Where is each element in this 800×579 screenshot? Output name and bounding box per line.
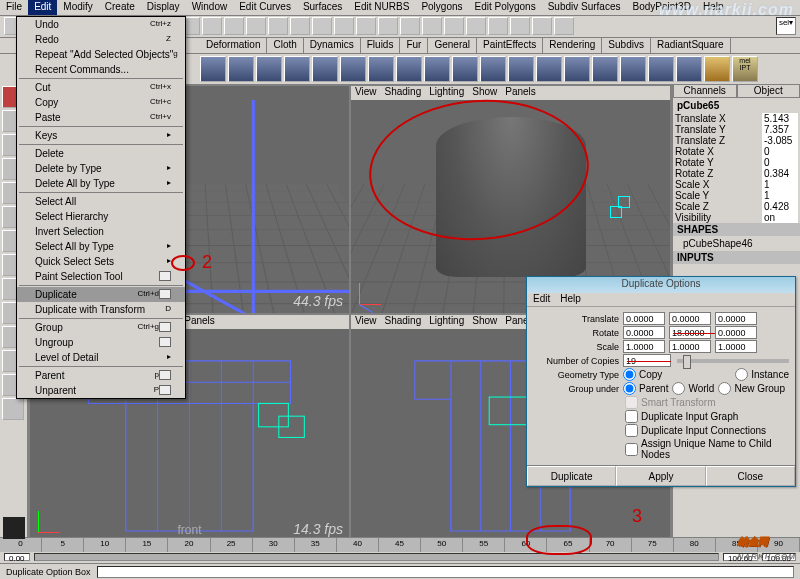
menu-edit[interactable]: Edit (28, 0, 57, 15)
menu-item-keys[interactable]: Keys▸ (17, 128, 185, 143)
menu-item-level-of-detail[interactable]: Level of Detail▸ (17, 350, 185, 365)
edit-menu-dropdown: UndoCtrl+zRedoZRepeat "Add Selected Obje… (16, 16, 186, 399)
menu-display[interactable]: Display (141, 0, 186, 15)
menu-item-select-all[interactable]: Select All (17, 194, 185, 209)
menu-edit-curves[interactable]: Edit Curves (233, 0, 297, 15)
dup-input-graph[interactable] (625, 410, 638, 423)
menu-item-delete-by-type[interactable]: Delete by Type▸ (17, 161, 185, 176)
channel-row[interactable]: Scale Y1 (673, 190, 800, 201)
group-parent[interactable] (623, 382, 636, 395)
menu-item-delete-all-by-type[interactable]: Delete All by Type▸ (17, 176, 185, 191)
rotate-x[interactable] (623, 326, 665, 339)
menu-item-unparent[interactable]: UnparentP (17, 383, 185, 398)
scale-z[interactable] (715, 340, 757, 353)
option-box-icon[interactable] (159, 370, 171, 380)
channel-row[interactable]: Scale Z0.428 (673, 201, 800, 212)
menu-item-recent-commands-[interactable]: Recent Commands... (17, 62, 185, 77)
translate-y[interactable] (669, 312, 711, 325)
menu-item-paste[interactable]: PasteCtrl+v (17, 110, 185, 125)
rotate-z[interactable] (715, 326, 757, 339)
group-new[interactable] (718, 382, 731, 395)
geom-copy[interactable] (623, 368, 636, 381)
option-box-icon[interactable] (159, 289, 171, 299)
shelf-tab-cloth[interactable]: Cloth (267, 38, 303, 53)
option-box-icon[interactable] (159, 385, 171, 395)
menu-item-paint-selection-tool[interactable]: Paint Selection Tool (17, 269, 185, 284)
menu-item-select-all-by-type[interactable]: Select All by Type▸ (17, 239, 185, 254)
channel-row[interactable]: Translate Y7.357 (673, 124, 800, 135)
shelf-tab-fur[interactable]: Fur (400, 38, 428, 53)
channel-row[interactable]: Rotate X0 (673, 146, 800, 157)
channel-row[interactable]: Visibilityon (673, 212, 800, 223)
group-world[interactable] (672, 382, 685, 395)
menu-item-parent[interactable]: Parentp (17, 368, 185, 383)
menu-item-redo[interactable]: RedoZ (17, 32, 185, 47)
translate-x[interactable] (623, 312, 665, 325)
option-box-icon[interactable] (159, 322, 171, 332)
shapes-header: SHAPES (673, 223, 800, 236)
menu-item-quick-select-sets[interactable]: Quick Select Sets▸ (17, 254, 185, 269)
menu-item-copy[interactable]: CopyCtrl+c (17, 95, 185, 110)
menu-item-repeat-add-selected-objects-[interactable]: Repeat "Add Selected Objects"g (17, 47, 185, 62)
menu-item-duplicate[interactable]: DuplicateCtrl+d (17, 287, 185, 302)
num-copies[interactable] (623, 354, 671, 367)
unique-name[interactable] (625, 443, 638, 456)
shelf-tab-radiantsquare[interactable]: RadiantSquare (651, 38, 731, 53)
shelf-tab-dynamics[interactable]: Dynamics (304, 38, 361, 53)
close-button[interactable]: Close (706, 466, 795, 486)
menu-file[interactable]: File (0, 0, 28, 15)
scale-y[interactable] (669, 340, 711, 353)
duplicate-options-dialog[interactable]: Duplicate Options Edit Help Translate Ro… (526, 276, 796, 487)
menu-subdiv-surfaces[interactable]: Subdiv Surfaces (542, 0, 627, 15)
channel-rows: Translate X5.143Translate Y7.357Translat… (673, 113, 800, 223)
apply-button[interactable]: Apply (616, 466, 705, 486)
dialog-title: Duplicate Options (527, 277, 795, 293)
menu-polygons[interactable]: Polygons (415, 0, 468, 15)
translate-z[interactable] (715, 312, 757, 325)
menu-item-undo[interactable]: UndoCtrl+z (17, 17, 185, 32)
vp-label-front: front (177, 523, 201, 537)
shelf-tab-fluids[interactable]: Fluids (361, 38, 401, 53)
option-box-icon[interactable] (159, 271, 171, 281)
menu-item-invert-selection[interactable]: Invert Selection (17, 224, 185, 239)
dup-input-conn[interactable] (625, 424, 638, 437)
menu-item-group[interactable]: GroupCtrl+g (17, 320, 185, 335)
channel-row[interactable]: Rotate Z0.384 (673, 168, 800, 179)
channel-row[interactable]: Translate X5.143 (673, 113, 800, 124)
copies-slider[interactable] (677, 359, 789, 363)
shelf-tab-general[interactable]: General (428, 38, 477, 53)
status-label: Duplicate Option Box (6, 567, 91, 577)
channel-row[interactable]: Scale X1 (673, 179, 800, 190)
menu-item-duplicate-with-transform[interactable]: Duplicate with TransformD (17, 302, 185, 317)
annotation-2: 2 (202, 252, 212, 273)
menu-edit-polygons[interactable]: Edit Polygons (469, 0, 542, 15)
scale-x[interactable] (623, 340, 665, 353)
maya-logo (3, 517, 25, 539)
rotate-y[interactable] (669, 326, 711, 339)
menu-item-delete[interactable]: Delete (17, 146, 185, 161)
shelf-tab-subdivs[interactable]: Subdivs (602, 38, 651, 53)
shelf-tab-rendering[interactable]: Rendering (543, 38, 602, 53)
shelf-tab-deformation[interactable]: Deformation (200, 38, 267, 53)
channel-row[interactable]: Translate Z-3.085 (673, 135, 800, 146)
shelf-tab-painteffects[interactable]: PaintEffects (477, 38, 543, 53)
command-line[interactable] (97, 566, 794, 578)
menu-item-select-hierarchy[interactable]: Select Hierarchy (17, 209, 185, 224)
menu-window[interactable]: Window (186, 0, 234, 15)
channel-row[interactable]: Rotate Y0 (673, 157, 800, 168)
timeline[interactable]: 051015202530354045505560657075808590 0.0… (0, 537, 800, 563)
menu-item-ungroup[interactable]: Ungroup (17, 335, 185, 350)
menu-edit-nurbs[interactable]: Edit NURBS (348, 0, 415, 15)
vp-menu: ViewShadingLightingShowPanels (351, 86, 670, 100)
menu-modify[interactable]: Modify (57, 0, 98, 15)
tab-object[interactable]: Object (737, 84, 801, 98)
option-box-icon[interactable] (159, 337, 171, 347)
duplicate-button[interactable]: Duplicate (527, 466, 616, 486)
geom-instance[interactable] (735, 368, 748, 381)
menu-item-cut[interactable]: CutCtrl+x (17, 80, 185, 95)
tab-channels[interactable]: Channels (673, 84, 737, 98)
dialog-menu: Edit Help (527, 293, 795, 307)
range-start[interactable]: 0.00 (4, 553, 30, 561)
menu-create[interactable]: Create (99, 0, 141, 15)
menu-surfaces[interactable]: Surfaces (297, 0, 348, 15)
